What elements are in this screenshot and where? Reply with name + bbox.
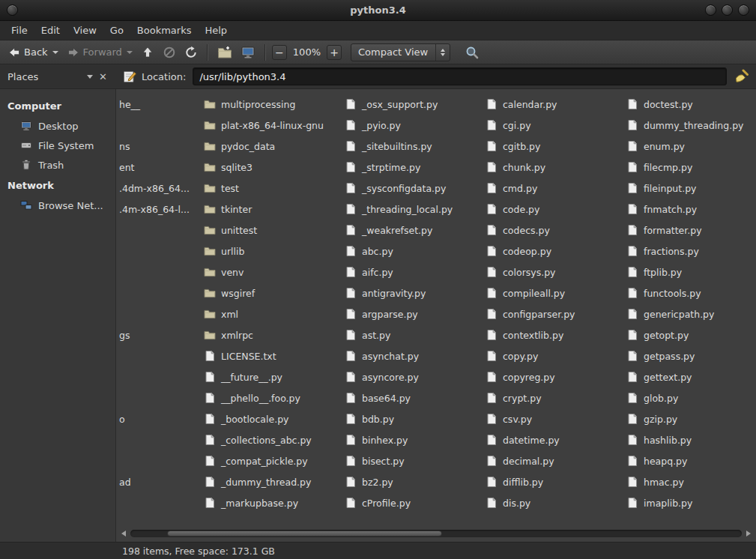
menu-go[interactable]: Go bbox=[103, 22, 130, 38]
file-item[interactable]: _collections_abc.py bbox=[201, 429, 342, 450]
scroll-right-arrow-icon[interactable] bbox=[743, 531, 754, 537]
file-item[interactable]: hashlib.py bbox=[623, 429, 756, 450]
file-item[interactable]: formatter.py bbox=[623, 220, 756, 241]
file-item[interactable]: configparser.py bbox=[483, 303, 623, 324]
stop-button[interactable] bbox=[160, 43, 179, 61]
file-item[interactable]: colorsys.py bbox=[483, 262, 623, 282]
file-item[interactable]: _weakrefset.py bbox=[342, 220, 483, 241]
file-item[interactable]: codecs.py bbox=[483, 220, 623, 241]
file-item[interactable]: contextlib.py bbox=[483, 324, 623, 345]
sidebar-item-desktop[interactable]: Desktop bbox=[0, 116, 115, 136]
view-mode-select[interactable]: Compact View bbox=[351, 43, 450, 61]
file-item[interactable]: code.py bbox=[483, 199, 623, 220]
view-mode-spinner-icon[interactable] bbox=[435, 44, 450, 61]
file-item[interactable]: bz2.py bbox=[342, 471, 483, 492]
file-item[interactable]: _pyio.py bbox=[342, 115, 483, 136]
file-item[interactable]: xml bbox=[201, 303, 342, 324]
edit-path-button[interactable] bbox=[122, 69, 137, 84]
file-item[interactable]: fnmatch.py bbox=[623, 199, 756, 220]
file-item[interactable]: antigravity.py bbox=[342, 282, 483, 303]
places-close-icon[interactable]: ✕ bbox=[99, 72, 107, 82]
file-item[interactable]: decimal.py bbox=[483, 450, 623, 471]
file-item[interactable]: cmd.py bbox=[483, 178, 623, 199]
file-item[interactable]: gzip.py bbox=[623, 408, 756, 429]
file-item-clipped[interactable]: ns bbox=[116, 136, 201, 157]
file-item[interactable]: doctest.py bbox=[623, 94, 756, 115]
places-panel-header[interactable]: Places ✕ bbox=[0, 71, 116, 82]
file-item[interactable]: hmac.py bbox=[623, 471, 756, 492]
forward-history-caret-icon[interactable] bbox=[127, 51, 133, 54]
file-item[interactable]: enum.py bbox=[623, 136, 756, 157]
file-item[interactable]: filecmp.py bbox=[623, 157, 756, 178]
file-item[interactable]: copyreg.py bbox=[483, 366, 623, 387]
file-item[interactable]: cgitb.py bbox=[483, 136, 623, 157]
file-item[interactable]: multiprocessing bbox=[201, 94, 342, 115]
scrollbar-trough[interactable] bbox=[130, 530, 742, 537]
show-desktop-button[interactable] bbox=[238, 43, 258, 62]
file-item[interactable]: _osx_support.py bbox=[342, 94, 483, 115]
file-item[interactable]: functools.py bbox=[623, 282, 756, 303]
sidebar-item-trash[interactable]: Trash bbox=[0, 155, 115, 175]
file-item[interactable]: _sitebuiltins.py bbox=[342, 136, 483, 157]
location-input[interactable] bbox=[193, 67, 727, 85]
file-item[interactable]: getopt.py bbox=[623, 324, 756, 345]
file-item[interactable]: codeop.py bbox=[483, 241, 623, 262]
file-item-clipped[interactable]: ent bbox=[116, 157, 201, 178]
file-item[interactable]: abc.py bbox=[342, 241, 483, 262]
file-item[interactable]: cgi.py bbox=[483, 115, 623, 136]
menu-view[interactable]: View bbox=[67, 22, 103, 38]
file-item[interactable]: urllib bbox=[201, 241, 342, 262]
file-item[interactable]: pydoc_data bbox=[201, 136, 342, 157]
file-item-clipped[interactable]: .4m-x86_64-l... bbox=[116, 199, 201, 220]
file-item[interactable]: wsgiref bbox=[201, 282, 342, 303]
search-button[interactable] bbox=[462, 43, 483, 62]
file-item[interactable]: __phello__.foo.py bbox=[201, 387, 342, 408]
file-item-clipped[interactable]: .4dm-x86_64... bbox=[116, 178, 201, 199]
file-item[interactable]: cProfile.py bbox=[342, 492, 483, 513]
file-item[interactable]: _sysconfigdata.py bbox=[342, 178, 483, 199]
file-item[interactable]: _strptime.py bbox=[342, 157, 483, 178]
file-item[interactable]: bdb.py bbox=[342, 408, 483, 429]
file-item[interactable]: LICENSE.txt bbox=[201, 345, 342, 366]
file-item[interactable]: tkinter bbox=[201, 199, 342, 220]
back-history-caret-icon[interactable] bbox=[52, 51, 58, 54]
file-item[interactable]: _bootlocale.py bbox=[201, 408, 342, 429]
clear-path-button[interactable] bbox=[733, 69, 749, 84]
file-item[interactable]: __future__.py bbox=[201, 366, 342, 387]
file-item[interactable]: copy.py bbox=[483, 345, 623, 366]
file-item[interactable]: xmlrpc bbox=[201, 324, 342, 345]
maximize-button[interactable] bbox=[722, 4, 733, 16]
zoom-in-button[interactable]: + bbox=[327, 45, 342, 60]
file-item[interactable]: fractions.py bbox=[623, 241, 756, 262]
file-item[interactable]: compileall.py bbox=[483, 282, 623, 303]
file-item[interactable]: genericpath.py bbox=[623, 303, 756, 324]
file-item[interactable]: imaplib.py bbox=[623, 492, 756, 513]
back-button[interactable]: Back bbox=[4, 43, 61, 61]
file-item[interactable]: unittest bbox=[201, 220, 342, 241]
menu-file[interactable]: File bbox=[4, 22, 34, 38]
file-item-clipped[interactable]: o bbox=[116, 408, 201, 429]
file-item-clipped[interactable]: gs bbox=[116, 324, 201, 345]
forward-button[interactable]: Forward bbox=[64, 43, 136, 61]
scrollbar-thumb[interactable] bbox=[167, 531, 442, 537]
file-item[interactable]: gettext.py bbox=[623, 366, 756, 387]
file-item[interactable]: heapq.py bbox=[623, 450, 756, 471]
file-item[interactable]: crypt.py bbox=[483, 387, 623, 408]
file-item[interactable]: asynchat.py bbox=[342, 345, 483, 366]
horizontal-scrollbar[interactable] bbox=[118, 528, 754, 540]
file-item[interactable]: _compat_pickle.py bbox=[201, 450, 342, 471]
file-item[interactable]: plat-x86_64-linux-gnu bbox=[201, 115, 342, 136]
file-item[interactable]: ftplib.py bbox=[623, 262, 756, 282]
sidebar-item-browse-net[interactable]: Browse Net... bbox=[0, 196, 115, 215]
places-dropdown-caret-icon[interactable] bbox=[87, 75, 93, 79]
file-item[interactable]: test bbox=[201, 178, 342, 199]
file-item[interactable]: sqlite3 bbox=[201, 157, 342, 178]
file-item[interactable]: datetime.py bbox=[483, 429, 623, 450]
file-item[interactable]: difflib.py bbox=[483, 471, 623, 492]
file-item[interactable]: getpass.py bbox=[623, 345, 756, 366]
file-item[interactable]: _threading_local.py bbox=[342, 199, 483, 220]
file-item[interactable]: asyncore.py bbox=[342, 366, 483, 387]
file-item[interactable]: base64.py bbox=[342, 387, 483, 408]
file-item[interactable]: dis.py bbox=[483, 492, 623, 513]
menu-edit[interactable]: Edit bbox=[34, 22, 67, 38]
